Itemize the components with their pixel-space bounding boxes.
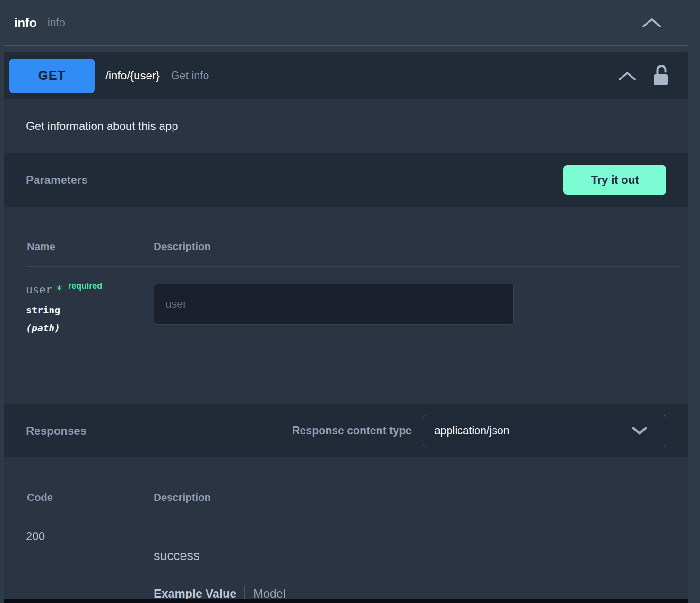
operation-path: /info/{user} <box>105 69 160 82</box>
operation-description: Get information about this app <box>4 99 688 153</box>
code-column-header: Code <box>27 491 154 504</box>
http-method-badge[interactable]: GET <box>9 59 95 93</box>
description-column-header: Description <box>154 491 211 504</box>
operation-summary-text: Get info <box>171 69 209 82</box>
try-it-out-button[interactable]: Try it out <box>563 165 666 195</box>
operation-summary[interactable]: GET /info/{user} Get info <box>4 52 688 99</box>
required-label: required <box>68 281 102 291</box>
chevron-down-icon <box>632 426 647 435</box>
collapse-operation-button[interactable] <box>618 70 636 81</box>
name-column-header: Name <box>27 241 154 253</box>
parameters-header: Parameters Try it out <box>4 153 688 207</box>
operation-block: GET /info/{user} Get info Get informatio… <box>4 52 688 603</box>
response-row: 200 success Example Value Model <box>26 517 688 601</box>
parameter-value-input[interactable] <box>154 284 514 325</box>
parameter-description-cell <box>154 284 514 334</box>
parameters-body: Name Description user*required string (p… <box>4 207 688 404</box>
parameter-name-text: user <box>26 284 52 296</box>
swagger-page: info info GET /info/{user} Get info <box>0 0 700 603</box>
responses-header: Responses Response content type applicat… <box>4 404 688 457</box>
chevron-up-icon <box>618 70 636 81</box>
parameters-table-header: Name Description <box>26 207 679 267</box>
parameters-title: Parameters <box>26 173 88 187</box>
divider <box>4 45 688 46</box>
parameter-meta: user*required string (path) <box>26 284 154 334</box>
tag-description: info <box>48 17 65 29</box>
response-content-type-select[interactable]: application/json <box>423 415 666 447</box>
responses-body: Code Description 200 success Example Val… <box>4 457 688 603</box>
authorize-button[interactable] <box>652 64 669 87</box>
tag-header[interactable]: info info <box>0 0 700 45</box>
parameter-type: string <box>26 304 154 316</box>
parameter-location: (path) <box>26 322 154 334</box>
responses-table-header: Code Description <box>26 457 679 517</box>
required-asterisk: * <box>56 284 62 296</box>
response-description: success <box>154 549 285 563</box>
responses-title: Responses <box>26 424 86 438</box>
tag-name: info <box>14 16 37 30</box>
response-content-type-value: application/json <box>434 424 510 437</box>
parameter-row: user*required string (path) <box>26 267 688 334</box>
response-content-type-label: Response content type <box>292 424 412 437</box>
unlocked-padlock-icon <box>652 64 669 87</box>
example-code-block-edge <box>4 599 688 603</box>
parameter-name: user*required <box>26 284 154 296</box>
chevron-up-icon <box>641 17 662 29</box>
operation-description-text: Get information about this app <box>26 120 178 133</box>
description-column-header: Description <box>154 241 211 253</box>
collapse-tag-button[interactable] <box>641 17 662 29</box>
response-code: 200 <box>26 530 154 543</box>
